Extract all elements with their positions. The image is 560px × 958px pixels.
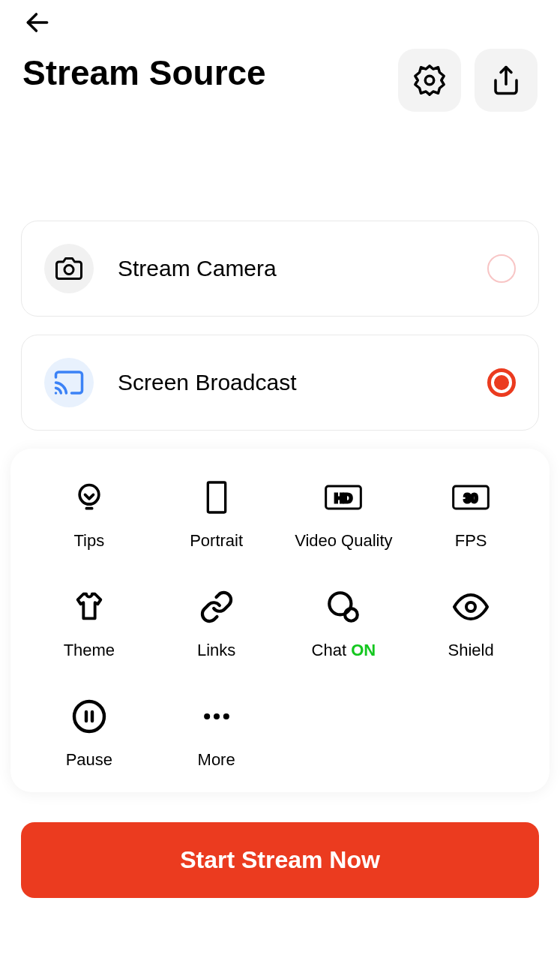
svg-point-5	[79, 485, 99, 505]
source-stream-camera[interactable]: Stream Camera	[21, 221, 539, 317]
svg-text:30: 30	[464, 491, 478, 506]
link-icon	[198, 588, 235, 626]
fps-icon: 30	[452, 479, 490, 516]
option-video-quality[interactable]: HD Video Quality	[280, 479, 408, 551]
camera-icon	[44, 244, 94, 293]
option-theme[interactable]: Theme	[25, 588, 153, 660]
option-chat[interactable]: Chat ON	[280, 588, 408, 660]
svg-point-14	[345, 608, 358, 621]
pause-icon	[70, 698, 108, 735]
svg-point-3	[64, 266, 73, 275]
option-label: More	[198, 750, 235, 770]
arrow-left-icon	[23, 8, 52, 37]
cast-icon	[44, 358, 94, 407]
option-links[interactable]: Links	[153, 588, 280, 660]
svg-point-16	[74, 701, 104, 731]
settings-button[interactable]	[398, 49, 461, 112]
option-label: FPS	[455, 531, 487, 551]
share-icon	[490, 65, 522, 96]
chat-icon	[325, 588, 362, 626]
source-label: Stream Camera	[118, 256, 463, 281]
svg-point-21	[223, 713, 229, 719]
option-label: Video Quality	[295, 531, 392, 551]
tshirt-icon	[70, 588, 108, 626]
option-label: Links	[197, 641, 235, 660]
option-portrait[interactable]: Portrait	[153, 479, 280, 551]
svg-point-20	[214, 713, 220, 719]
start-stream-button[interactable]: Start Stream Now	[21, 822, 539, 898]
lightbulb-icon	[70, 479, 108, 516]
option-label: Theme	[64, 641, 115, 660]
portrait-icon	[198, 479, 235, 516]
option-more[interactable]: More	[153, 698, 280, 770]
svg-point-15	[466, 602, 475, 611]
option-label: Shield	[448, 641, 494, 660]
back-button[interactable]	[22, 8, 52, 38]
source-screen-broadcast[interactable]: Screen Broadcast	[21, 335, 539, 431]
more-icon	[198, 698, 235, 735]
hd-icon: HD	[325, 479, 362, 516]
option-tips[interactable]: Tips	[25, 479, 153, 551]
option-fps[interactable]: 30 FPS	[407, 479, 535, 551]
svg-point-19	[204, 713, 210, 719]
svg-point-13	[330, 593, 352, 614]
option-label: Chat ON	[312, 641, 376, 660]
option-pause[interactable]: Pause	[25, 698, 153, 770]
radio-unselected[interactable]	[487, 254, 516, 283]
options-panel: Tips Portrait HD Video Quality 30 FPS Th…	[10, 449, 550, 792]
svg-text:HD: HD	[334, 491, 352, 506]
option-label: Tips	[74, 531, 105, 551]
svg-point-1	[425, 76, 434, 85]
eye-icon	[452, 588, 490, 626]
share-button[interactable]	[475, 49, 538, 112]
radio-selected[interactable]	[487, 368, 516, 397]
option-label: Pause	[66, 750, 112, 770]
svg-rect-8	[208, 482, 225, 512]
option-shield[interactable]: Shield	[407, 588, 535, 660]
gear-icon	[412, 63, 447, 98]
source-label: Screen Broadcast	[118, 370, 463, 395]
option-label: Portrait	[190, 531, 243, 551]
